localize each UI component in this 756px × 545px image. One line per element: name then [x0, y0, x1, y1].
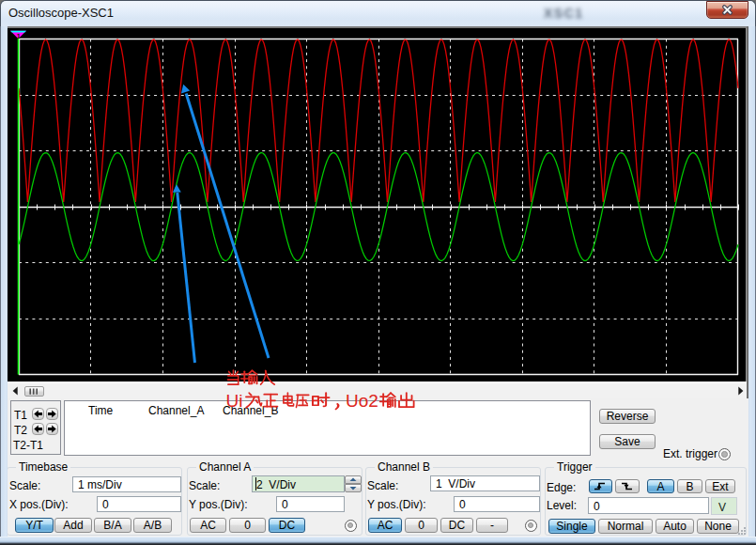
svg-text:Ui: Ui: [226, 391, 243, 411]
svg-text:Uo2: Uo2: [346, 391, 378, 411]
